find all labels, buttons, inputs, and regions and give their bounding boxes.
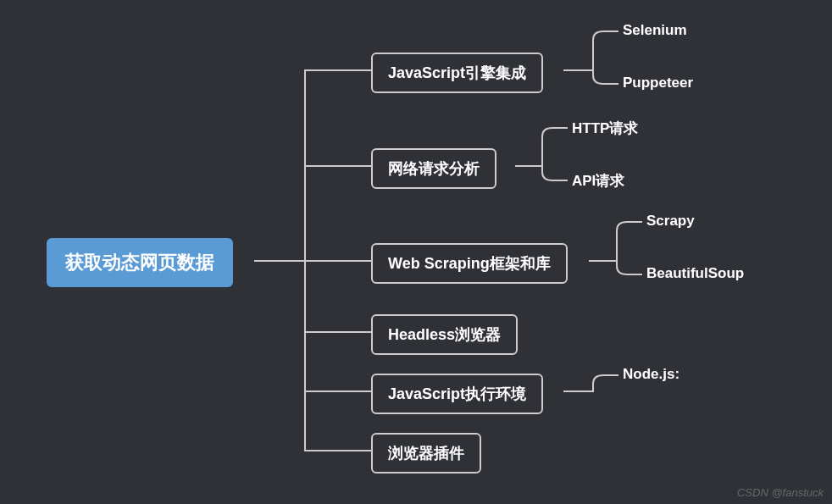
leaf-bs4[interactable]: BeautifulSoup xyxy=(646,265,744,282)
leaf-label: HTTP请求 xyxy=(572,120,638,136)
leaf-label: Scrapy xyxy=(646,213,695,229)
root-label: 获取动态网页数据 xyxy=(65,252,214,273)
branch-label: JavaScript引擎集成 xyxy=(388,64,526,81)
leaf-label: Selenium xyxy=(623,22,687,38)
leaf-selenium[interactable]: Selenium xyxy=(623,22,687,39)
branch-js-engine[interactable]: JavaScript引擎集成 xyxy=(371,53,543,93)
branch-headless[interactable]: Headless浏览器 xyxy=(371,314,518,355)
branch-label: Headless浏览器 xyxy=(388,326,501,343)
watermark: CSDN @fanstuck xyxy=(737,486,824,499)
leaf-http[interactable]: HTTP请求 xyxy=(572,119,638,138)
leaf-scrapy[interactable]: Scrapy xyxy=(646,213,695,230)
branch-js-runtime[interactable]: JavaScript执行环境 xyxy=(371,374,543,414)
branch-network-analysis[interactable]: 网络请求分析 xyxy=(371,148,496,189)
leaf-label: Node.js: xyxy=(623,366,679,382)
branch-label: JavaScript执行环境 xyxy=(388,385,526,402)
mindmap-root-node[interactable]: 获取动态网页数据 xyxy=(47,238,233,287)
branch-label: 浏览器插件 xyxy=(388,445,464,462)
leaf-api[interactable]: API请求 xyxy=(572,171,624,191)
branch-web-scraping[interactable]: Web Scraping框架和库 xyxy=(371,243,568,284)
branch-label: Web Scraping框架和库 xyxy=(388,255,551,272)
leaf-label: Puppeteer xyxy=(623,75,693,91)
branch-label: 网络请求分析 xyxy=(388,160,480,177)
leaf-label: API请求 xyxy=(572,173,624,189)
branch-browser-plugin[interactable]: 浏览器插件 xyxy=(371,433,481,474)
leaf-label: BeautifulSoup xyxy=(646,265,744,281)
leaf-puppeteer[interactable]: Puppeteer xyxy=(623,75,693,91)
leaf-nodejs[interactable]: Node.js: xyxy=(623,366,679,383)
